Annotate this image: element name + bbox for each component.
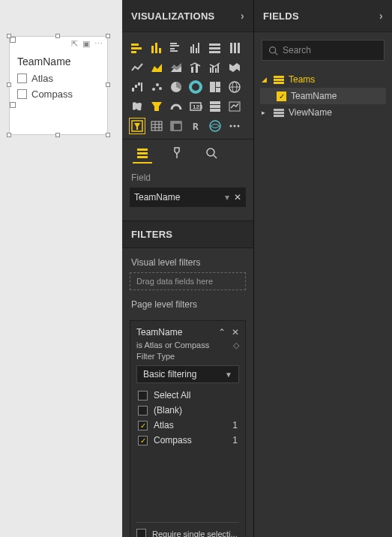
filter-option[interactable]: (Blank) bbox=[136, 403, 239, 418]
svg-rect-40 bbox=[216, 88, 220, 92]
tab-format[interactable] bbox=[167, 144, 187, 164]
filter-option[interactable]: ✓Atlas1 bbox=[136, 418, 239, 433]
svg-rect-10 bbox=[190, 46, 192, 53]
treemap-icon[interactable] bbox=[207, 79, 223, 95]
visual-focus-icon[interactable]: ⇱ bbox=[71, 40, 78, 48]
visual-more-icon[interactable]: ⋯ bbox=[94, 40, 103, 48]
svg-rect-60 bbox=[171, 122, 181, 124]
filter-option-label: (Blank) bbox=[154, 405, 182, 416]
svg-rect-49 bbox=[210, 109, 220, 112]
arcgis-icon[interactable] bbox=[207, 118, 223, 134]
filter-option-count: 1 bbox=[232, 420, 238, 430]
checkbox-icon[interactable] bbox=[17, 89, 27, 99]
checkbox-icon[interactable]: ✓ bbox=[277, 92, 286, 101]
stacked-bar-icon[interactable] bbox=[129, 40, 145, 56]
visualizations-pane: VISUALIZATIONS › 123 R bbox=[122, 0, 253, 537]
remove-filter-icon[interactable]: ✕ bbox=[232, 327, 239, 338]
scatter-icon[interactable] bbox=[148, 79, 165, 95]
table-icon bbox=[274, 109, 284, 117]
clustered-column-icon[interactable] bbox=[187, 40, 204, 56]
svg-rect-65 bbox=[137, 148, 148, 151]
chevron-right-icon[interactable]: › bbox=[379, 10, 383, 22]
visual-popout-icon[interactable]: ▣ bbox=[82, 40, 90, 48]
svg-rect-48 bbox=[210, 105, 220, 108]
collapse-icon[interactable]: ⌃ bbox=[218, 327, 226, 338]
combo-chart2-icon[interactable] bbox=[207, 59, 223, 76]
table-node[interactable]: ◢ Teams bbox=[260, 71, 386, 88]
chevron-down-icon[interactable]: ▾ bbox=[225, 192, 229, 202]
waterfall-icon[interactable] bbox=[129, 79, 145, 95]
visual-gallery: 123 R bbox=[122, 32, 253, 139]
field-value: TeamName bbox=[134, 192, 180, 202]
checkbox-icon[interactable] bbox=[138, 406, 148, 416]
tab-analytics[interactable] bbox=[202, 144, 221, 164]
slicer-item[interactable]: Atlas bbox=[10, 70, 107, 86]
filters-header: FILTERS bbox=[122, 220, 253, 248]
table-icon[interactable] bbox=[148, 118, 165, 134]
stacked-column-icon[interactable] bbox=[148, 40, 165, 56]
svg-rect-47 bbox=[210, 101, 220, 104]
pane-title: FIELDS bbox=[263, 10, 299, 22]
stacked-area-icon[interactable] bbox=[168, 59, 184, 76]
map-icon[interactable] bbox=[226, 79, 243, 95]
chevron-right-icon[interactable]: › bbox=[241, 10, 244, 22]
matrix-icon[interactable] bbox=[168, 118, 184, 134]
tab-fields[interactable] bbox=[133, 144, 152, 164]
visual-filters-label: Visual level filters bbox=[130, 248, 246, 272]
svg-rect-23 bbox=[191, 67, 193, 73]
field-section-label: Field bbox=[122, 164, 253, 188]
slicer-item-label: Atlas bbox=[31, 73, 53, 84]
expand-icon[interactable]: ▸ bbox=[262, 109, 269, 116]
filter-option[interactable]: Select All bbox=[136, 388, 239, 403]
clustered-bar-icon[interactable] bbox=[168, 40, 184, 56]
svg-rect-39 bbox=[216, 82, 220, 87]
combo-chart-icon[interactable] bbox=[187, 59, 204, 76]
fields-header[interactable]: FIELDS › bbox=[254, 0, 392, 32]
kpi-icon[interactable] bbox=[226, 98, 243, 115]
field-well[interactable]: TeamName ▾ ✕ bbox=[130, 188, 246, 207]
svg-rect-8 bbox=[170, 48, 175, 50]
svg-point-69 bbox=[207, 148, 214, 156]
filter-option[interactable]: ✓Compass1 bbox=[136, 433, 239, 448]
donut-icon[interactable] bbox=[187, 79, 204, 95]
100-stacked-column-icon[interactable] bbox=[226, 40, 243, 56]
more-visuals-icon[interactable] bbox=[226, 118, 243, 134]
svg-line-70 bbox=[214, 155, 217, 158]
card-icon[interactable]: 123 bbox=[187, 98, 204, 115]
visual-slicer[interactable]: ⇱ ▣ ⋯ TeamName Atlas Compass bbox=[9, 36, 108, 135]
checkbox-icon[interactable] bbox=[136, 529, 146, 537]
svg-marker-20 bbox=[151, 64, 162, 72]
svg-rect-9 bbox=[170, 50, 178, 52]
line-chart-icon[interactable] bbox=[129, 59, 145, 76]
visualizations-header[interactable]: VISUALIZATIONS › bbox=[122, 0, 253, 32]
ribbon-chart-icon[interactable] bbox=[226, 59, 243, 76]
field-node[interactable]: ▸ ViewName bbox=[260, 104, 386, 121]
search-input[interactable]: Search bbox=[262, 40, 385, 61]
require-single-selection[interactable]: Require single selecti... bbox=[136, 522, 239, 537]
area-chart-icon[interactable] bbox=[148, 59, 165, 76]
visual-filter-dropzone[interactable]: Drag data fields here bbox=[130, 272, 246, 290]
checkbox-icon[interactable] bbox=[138, 391, 148, 400]
filled-map-icon[interactable] bbox=[129, 98, 145, 115]
clear-filter-icon[interactable]: ◇ bbox=[233, 340, 239, 350]
checkbox-icon[interactable]: ✓ bbox=[138, 421, 148, 430]
r-visual-icon[interactable]: R bbox=[187, 118, 204, 134]
slicer-icon[interactable] bbox=[129, 118, 145, 134]
page-filters-label: Page level filters bbox=[130, 290, 246, 314]
funnel-icon[interactable] bbox=[148, 98, 165, 115]
100-stacked-bar-icon[interactable] bbox=[207, 40, 223, 56]
filter-type-select[interactable]: Basic filtering ▼ bbox=[136, 365, 239, 383]
pie-icon[interactable] bbox=[168, 79, 184, 95]
multi-row-card-icon[interactable] bbox=[207, 98, 223, 115]
svg-point-34 bbox=[156, 83, 159, 86]
gauge-icon[interactable] bbox=[168, 98, 184, 115]
svg-line-72 bbox=[275, 52, 277, 54]
checkbox-icon[interactable] bbox=[17, 74, 27, 83]
slicer-item[interactable]: Compass bbox=[10, 86, 107, 102]
remove-field-icon[interactable]: ✕ bbox=[234, 192, 241, 202]
field-node[interactable]: ✓ TeamName bbox=[260, 88, 386, 104]
expand-icon[interactable]: ◢ bbox=[262, 76, 269, 83]
svg-point-64 bbox=[238, 125, 240, 128]
checkbox-icon[interactable]: ✓ bbox=[138, 436, 148, 446]
report-canvas[interactable]: ⇱ ▣ ⋯ TeamName Atlas Compass bbox=[0, 0, 122, 537]
